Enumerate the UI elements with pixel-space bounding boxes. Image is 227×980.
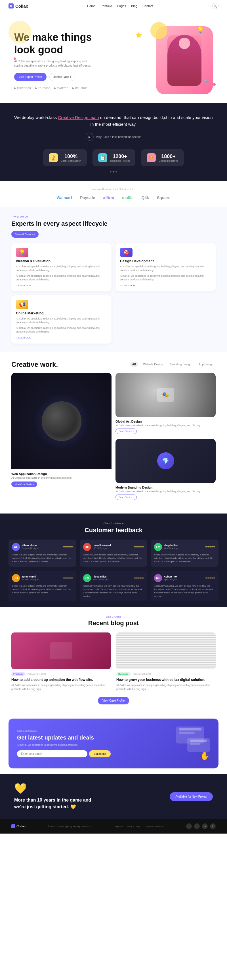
tab-all[interactable]: All (130, 362, 138, 367)
blog-post-1: Business February 24, 2022 How to grow y… (116, 632, 216, 691)
blog-meta-1: Business February 24, 2022 (116, 672, 216, 676)
tab-branding[interactable]: Branding Design (168, 362, 193, 367)
learn-more-2[interactable]: ○ Learn More (16, 336, 107, 339)
hero-image-wrap: 💡 (156, 26, 213, 94)
play-circle: ▶ (86, 133, 94, 141)
newsletter-section: Get Latest Updates Get latest updates an… (8, 719, 219, 768)
footer-twitter-icon[interactable]: t (194, 823, 200, 829)
stat-project-icon: 📋 (98, 153, 107, 162)
feedback-card-0: AF Albert Flores Graphic Designer ★★★★★ … (8, 539, 76, 567)
nav-logo[interactable]: Collax (8, 3, 28, 8)
footer-cta-left: 💛 More than 10 years in the game and we'… (14, 783, 99, 810)
feedback-card-header-2: FM Floyd Miles Web Developer ★★★★★ (154, 543, 215, 551)
tab-website[interactable]: Website Design (141, 362, 165, 367)
blog-img-0 (11, 632, 111, 669)
feedback-row-1: AF Albert Flores Graphic Designer ★★★★★ … (8, 539, 219, 567)
portfolio-header: Creative work. All Website Design Brandi… (11, 361, 216, 369)
blog-card-title-1: How to grow your business with collax di… (116, 678, 216, 682)
services-grid: 💡 Ideation & Evaluation At Collax we spe… (11, 243, 216, 344)
feedback-card-header-1: DH Darrell Howard UI/UX Designer ★★★★★ (83, 543, 144, 551)
dot-3[interactable] (115, 171, 117, 172)
nav-pages[interactable]: Pages (117, 4, 126, 8)
service-text-0b: At Collax we specialize in designing,bui… (16, 274, 107, 282)
learn-more-0[interactable]: ○ Learn More (16, 284, 107, 287)
nav-home[interactable]: Home (87, 4, 95, 8)
visit-profile-button[interactable]: Visit Expert Profile (14, 73, 46, 81)
feedback-tag: Client Experience (8, 522, 219, 525)
feedback-card-header-0: AF Albert Flores Graphic Designer ★★★★★ (12, 543, 73, 551)
stat-complete-project: 📋 1200+ Complete Project (93, 149, 135, 166)
feedback-name-3: Jerome Bell (22, 575, 39, 578)
tab-app[interactable]: App Design (197, 362, 216, 367)
view-all-services-button[interactable]: View All Services (11, 231, 38, 238)
youtube-link[interactable]: ▶ YOUTUBE (35, 87, 51, 89)
portfolio-right-column: 🎭 Global Art Design At Collax we special… (115, 373, 216, 501)
blog-card-title-0: How to add a count up animation the webf… (11, 678, 111, 682)
play-button-wrap[interactable]: ▶ Play: Take a look behind the scenes (14, 133, 213, 141)
tagline-start: We deploy world-class (14, 115, 58, 120)
footer-support[interactable]: Support (115, 825, 123, 827)
search-button[interactable]: 🔍 (212, 3, 219, 9)
footer-linkedin-icon[interactable]: li (210, 823, 216, 829)
tagline-highlight: Creative Design team (58, 115, 99, 120)
nav-contact[interactable]: Contact (142, 4, 153, 8)
branding-arrow-icon: › (133, 496, 134, 498)
service-text-1a: At Collax we specialize in designing,bui… (120, 265, 211, 272)
dot-1[interactable] (110, 171, 112, 172)
web-app-case-button[interactable]: View Case Studies (11, 482, 37, 487)
dot-2[interactable] (113, 171, 114, 172)
new-project-button[interactable]: Available for New Project (170, 792, 213, 801)
feedback-role-2: Web Developer (164, 547, 179, 549)
learn-more-0-icon: ○ (16, 284, 17, 287)
global-art-case-button[interactable]: Case Studies › (115, 428, 137, 434)
hero-buttons: Visit Expert Profile Jeemo Labs › (14, 73, 114, 81)
feedback-section: Client Experience Customer feedback AF A… (0, 514, 227, 607)
branding-image: 💎 (115, 439, 216, 483)
stat-design-icon: 🎨 (147, 153, 156, 162)
footer-logo-text: Collax (16, 824, 26, 828)
stat-design-resource: 🎨 1800+ Design Resource (141, 149, 184, 166)
stat-num-2: 1800+ (158, 154, 178, 159)
newsletter-email-input[interactable] (17, 750, 87, 757)
branding-case-button[interactable]: Case Studies › (115, 495, 137, 500)
dark-section: We deploy world-class Creative Design te… (0, 103, 227, 181)
behance-link[interactable]: ▶ BEHANCE (72, 87, 88, 89)
blog-img1-inner (11, 632, 111, 669)
nav-portfolio[interactable]: Portfolio (101, 4, 112, 8)
footer-instagram-icon[interactable]: in (202, 823, 208, 829)
view-case-profile-button[interactable]: View Case Profile (98, 697, 129, 705)
logo-paysafe: Paysafe (80, 196, 95, 200)
stat-label-1: Complete Project (110, 159, 129, 162)
nl-line-4 (190, 743, 200, 745)
twitter-link[interactable]: ▶ TWITTER (54, 87, 69, 89)
jeemo-labs-button[interactable]: Jeemo Labs › (50, 73, 75, 81)
footer-cta-section: 💛 More than 10 years in the game and we'… (0, 774, 227, 819)
footer-facebook-icon[interactable]: f (186, 823, 192, 829)
play-label: Play: Take a look behind the scenes (96, 135, 141, 138)
feedback-row-2: JB Jerome Bell Product Designer ★★★★★ Co… (8, 571, 219, 601)
newsletter-tag: Get Latest Updates (17, 730, 111, 732)
logo-qlik: Qlik (142, 196, 149, 200)
branding-icon: 💎 (157, 452, 174, 469)
blog-img2-wave (116, 632, 216, 669)
hero-left: We make things look good At Collax we sp… (14, 31, 114, 89)
portfolio-card-branding: 💎 Modern Branding Design At Collax we sp… (115, 435, 216, 501)
logo-square: Square (157, 196, 170, 200)
footer-privacy[interactable]: Privacy policy (126, 825, 141, 827)
svg-rect-0 (10, 5, 12, 7)
service-text-0a: At Collax we specialize in designing,bui… (16, 265, 107, 272)
nav-blog[interactable]: Blog (131, 4, 137, 8)
nl-line-3 (190, 740, 207, 742)
jeemo-labs-label: Jeemo Labs (54, 75, 69, 78)
portfolio-section: Creative work. All Website Design Brandi… (0, 352, 227, 514)
stat-client-satisfaction: 🏆 100% Client Satisfaction (43, 149, 87, 166)
feedback-name-4: Floyd Miles (93, 575, 109, 578)
feedback-title: Customer feedback (8, 527, 219, 534)
social-links: ▶ FACEBOOK ▶ YOUTUBE ▶ TWITTER ▶ BEHANCE (14, 87, 114, 89)
global-art-info: Global Art Design At Collax we specializ… (115, 417, 216, 435)
arrow-icon: › (133, 430, 134, 433)
facebook-link[interactable]: ▶ FACEBOOK (14, 87, 31, 89)
learn-more-1[interactable]: ○ Learn More (120, 284, 211, 287)
subscribe-button[interactable]: Subscribe (89, 750, 111, 757)
footer-terms[interactable]: Terms & Conditions (144, 825, 164, 827)
